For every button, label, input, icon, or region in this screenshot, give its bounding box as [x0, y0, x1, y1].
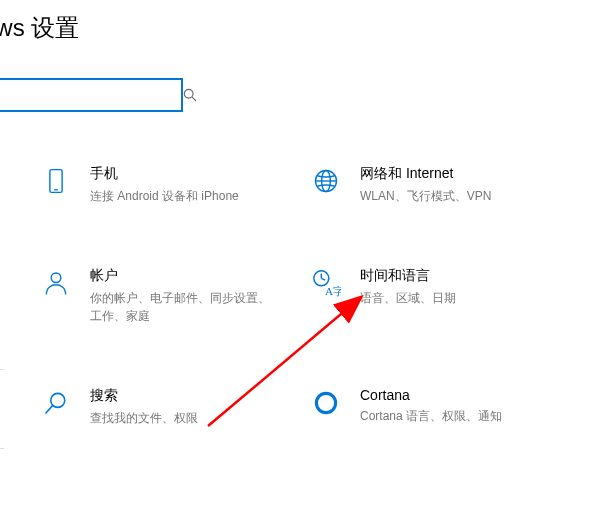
item-desc: 连接 Android 设备和 iPhone [90, 187, 239, 205]
item-desc: Cortana 语言、权限、通知 [360, 407, 502, 425]
globe-icon [310, 165, 342, 197]
settings-grid: 手机 连接 Android 设备和 iPhone 网络和 Internet WL… [40, 163, 603, 427]
page-title: ows 设置 [0, 12, 79, 44]
settings-item-accounts[interactable]: 帐户 你的帐户、电子邮件、同步设置、工作、家庭 [40, 265, 310, 325]
item-title: 手机 [90, 165, 239, 183]
svg-text:A字: A字 [325, 285, 341, 297]
item-title: 帐户 [90, 267, 270, 285]
left-edge-fragment [0, 369, 4, 449]
settings-item-phone[interactable]: 手机 连接 Android 设备和 iPhone [40, 163, 310, 205]
cortana-icon [310, 387, 342, 419]
svg-line-10 [321, 278, 325, 280]
svg-rect-2 [50, 170, 62, 193]
svg-point-7 [51, 273, 61, 283]
search-input[interactable] [0, 80, 183, 110]
person-icon [40, 267, 72, 299]
item-desc: 查找我的文件、权限 [90, 409, 198, 427]
item-desc: WLAN、飞行模式、VPN [360, 187, 491, 205]
settings-item-search[interactable]: 搜索 查找我的文件、权限 [40, 385, 310, 427]
settings-item-network[interactable]: 网络和 Internet WLAN、飞行模式、VPN [310, 163, 580, 205]
item-desc: 你的帐户、电子邮件、同步设置、工作、家庭 [90, 289, 270, 325]
svg-line-13 [46, 406, 53, 414]
svg-point-14 [316, 393, 335, 412]
search-icon [183, 88, 197, 102]
magnifier-icon [40, 387, 72, 419]
svg-point-0 [184, 89, 193, 98]
svg-point-12 [51, 393, 65, 407]
search-box[interactable] [0, 78, 183, 112]
phone-icon [40, 165, 72, 197]
svg-line-1 [192, 97, 196, 101]
item-title: Cortana [360, 387, 502, 403]
settings-item-cortana[interactable]: Cortana Cortana 语言、权限、通知 [310, 385, 580, 427]
item-title: 网络和 Internet [360, 165, 491, 183]
time-language-icon: A字 [310, 267, 342, 299]
item-desc: 语音、区域、日期 [360, 289, 456, 307]
settings-item-time-language[interactable]: A字 时间和语言 语音、区域、日期 [310, 265, 580, 325]
item-title: 时间和语言 [360, 267, 456, 285]
item-title: 搜索 [90, 387, 198, 405]
